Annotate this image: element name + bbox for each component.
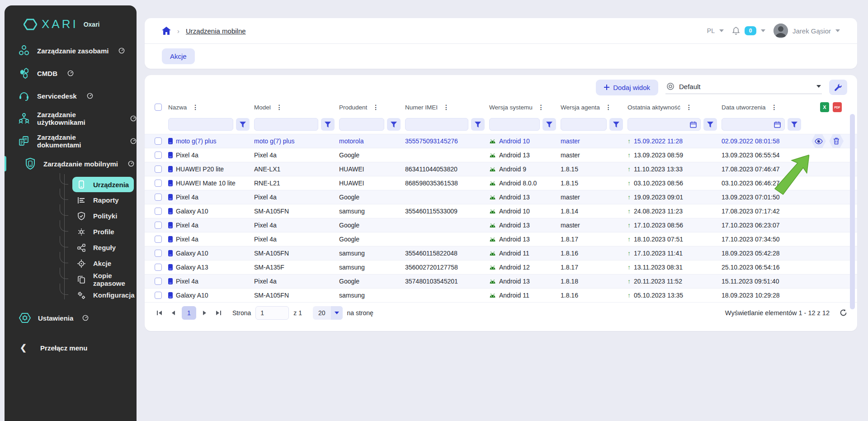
breadcrumb-link[interactable]: Urządzenia mobilne — [186, 27, 246, 35]
row-checkbox[interactable] — [155, 250, 162, 257]
column-menu-icon[interactable]: ⋮ — [686, 104, 692, 110]
sidebar-subitem-7[interactable]: Konfiguracja — [72, 287, 137, 303]
user-name[interactable]: Jarek Gąsior — [793, 27, 831, 35]
column-menu-icon[interactable]: ⋮ — [192, 104, 198, 110]
sidebar-subitem-0[interactable]: Urządzenia — [72, 177, 134, 192]
column-menu-icon[interactable]: ⋮ — [443, 104, 449, 110]
add-view-button[interactable]: Dodaj widok — [596, 80, 658, 95]
sidebar-subitem-1[interactable]: Raporty — [72, 192, 137, 208]
column-settings-button[interactable] — [829, 80, 847, 95]
filter-funnel-button[interactable] — [542, 118, 556, 131]
notification-badge[interactable]: 0 — [745, 26, 756, 35]
sidebar-item-2[interactable]: Servicedesk — [5, 85, 137, 107]
table-row[interactable]: Pixel 4aPixel 4aGoogleAndroid 13master↑1… — [145, 148, 857, 162]
sidebar-subitem-4[interactable]: Reguły — [72, 240, 137, 255]
select-all-checkbox[interactable] — [155, 104, 162, 111]
table-row[interactable]: moto g(7) plusmoto g(7) plusmotorola3555… — [145, 134, 857, 148]
filter-funnel-button[interactable] — [387, 118, 401, 131]
row-checkbox[interactable] — [155, 278, 162, 285]
cell-name: HUAWEI P20 lite — [168, 166, 254, 173]
sidebar-subitem-3[interactable]: Profile — [72, 224, 137, 240]
calendar-icon[interactable] — [690, 121, 697, 128]
table-row[interactable]: Pixel 4aPixel 4aGoogleAndroid 13master↑1… — [145, 218, 857, 232]
table-scrollbar[interactable] — [850, 114, 855, 309]
sidebar-item-settings[interactable]: Ustawienia — [5, 306, 137, 330]
table-row[interactable]: Pixel 4aPixel 4aGoogleAndroid 13master↑1… — [145, 190, 857, 204]
filter-funnel-button[interactable] — [788, 118, 801, 131]
sidebar-item-0[interactable]: Zarządzanie zasobami — [5, 39, 137, 62]
filter-input[interactable] — [405, 118, 468, 131]
filter-input[interactable] — [627, 118, 701, 131]
table-row[interactable]: Galaxy A13SM-A135Fsamsung356002720127758… — [145, 260, 857, 274]
filter-funnel-button[interactable] — [703, 118, 717, 131]
prev-page-button[interactable] — [169, 310, 177, 316]
filter-funnel-button[interactable] — [236, 118, 250, 131]
calendar-icon[interactable] — [774, 121, 781, 128]
row-checkbox[interactable] — [155, 208, 162, 215]
filter-funnel-button[interactable] — [321, 118, 335, 131]
gear-icon — [77, 227, 86, 237]
row-checkbox[interactable] — [155, 137, 162, 145]
chevron-down-icon[interactable] — [761, 29, 765, 32]
row-checkbox[interactable] — [155, 264, 162, 271]
android-icon — [489, 166, 496, 172]
table-row[interactable]: HUAWEI Mate 10 liteRNE-L21HUAWEI86859803… — [145, 176, 857, 190]
home-icon[interactable] — [162, 27, 171, 35]
next-page-button[interactable] — [201, 310, 209, 316]
sidebar-subitem-5[interactable]: Akcje — [72, 255, 137, 271]
table-row[interactable]: Galaxy A10SM-A105FNsamsung35546011553300… — [145, 204, 857, 218]
sidebar-subitem-2[interactable]: Polityki — [72, 208, 137, 224]
filter-input[interactable] — [254, 118, 318, 131]
avatar[interactable] — [774, 24, 788, 38]
row-checkbox[interactable] — [155, 194, 162, 201]
filter-input[interactable] — [561, 118, 607, 131]
filter-input[interactable] — [489, 118, 540, 131]
filter-funnel-button[interactable] — [609, 118, 623, 131]
column-menu-icon[interactable]: ⋮ — [771, 104, 778, 110]
sidebar-item-3[interactable]: Zarządzanie użytkownikami — [5, 107, 137, 130]
actions-button[interactable]: Akcje — [162, 48, 195, 64]
table-row[interactable]: Pixel 4aPixel 4aGoogleAndroid 131.8.17↑1… — [145, 232, 857, 246]
last-page-button[interactable] — [213, 310, 223, 316]
refresh-icon[interactable] — [840, 309, 847, 317]
bell-icon[interactable] — [732, 27, 740, 35]
table-row[interactable]: Galaxy A10SM-A105FNsamsungAndroid 111.8.… — [145, 288, 857, 302]
column-menu-icon[interactable]: ⋮ — [538, 104, 544, 110]
sidebar: XARI Oxari Zarządzanie zasobamiCMDBServi… — [5, 5, 137, 421]
row-checkbox[interactable] — [155, 292, 162, 299]
menu-toggle[interactable]: ❮ Przełącz menu — [5, 336, 137, 359]
sidebar-item-4[interactable]: Zarządzanie dokumentami — [5, 130, 137, 152]
chevron-down-icon[interactable] — [835, 29, 840, 32]
view-select[interactable]: Default — [665, 80, 822, 94]
view-row-button[interactable] — [811, 134, 826, 148]
filter-input[interactable] — [339, 118, 384, 131]
table-row[interactable]: Pixel 4aPixel 4aGoogle357480103545201And… — [145, 274, 857, 288]
column-menu-icon[interactable]: ⋮ — [373, 104, 379, 110]
per-page-select[interactable]: 20 — [313, 306, 343, 320]
sidebar-item-5[interactable]: Zarządzanie mobilnymi — [5, 152, 137, 175]
first-page-button[interactable] — [155, 310, 165, 316]
row-checkbox[interactable] — [155, 222, 162, 229]
column-menu-icon[interactable]: ⋮ — [276, 104, 283, 110]
sidebar-item-1[interactable]: CMDB — [5, 62, 137, 85]
filter-input[interactable] — [168, 118, 233, 131]
page-number-button[interactable]: 1 — [182, 306, 196, 320]
delete-row-button[interactable] — [829, 134, 844, 148]
chevron-down-icon[interactable] — [719, 29, 724, 32]
table-row[interactable]: HUAWEI P20 liteANE-LX1HUAWEI863411044053… — [145, 162, 857, 176]
column-menu-icon[interactable]: ⋮ — [605, 104, 612, 110]
sidebar-subitem-6[interactable]: Kopie zapasowe — [72, 271, 137, 287]
cell-model: RNE-L21 — [254, 180, 339, 187]
filter-input[interactable] — [722, 118, 785, 131]
row-checkbox[interactable] — [155, 151, 162, 159]
row-checkbox[interactable] — [155, 180, 162, 187]
export-pdf-icon[interactable]: PDF — [833, 102, 842, 112]
page-input[interactable] — [255, 306, 289, 320]
language-selector[interactable]: PL — [707, 27, 715, 34]
row-checkbox[interactable] — [155, 166, 162, 173]
export-excel-icon[interactable]: X — [820, 102, 829, 112]
cell-os: Android 10 — [489, 137, 561, 145]
table-row[interactable]: Galaxy A10SM-A105FNsamsung35546011582204… — [145, 246, 857, 260]
row-checkbox[interactable] — [155, 236, 162, 243]
filter-funnel-button[interactable] — [471, 118, 485, 131]
